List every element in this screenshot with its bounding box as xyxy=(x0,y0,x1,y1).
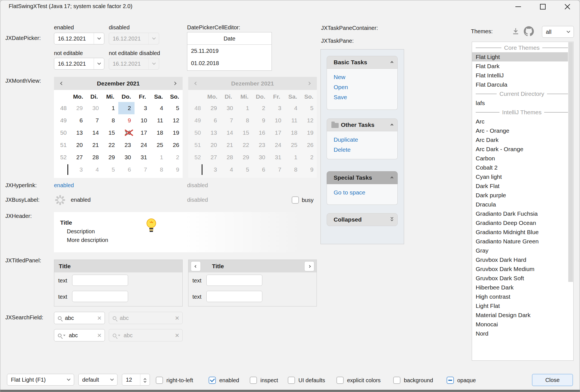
day-cell[interactable]: 14 xyxy=(86,127,102,139)
day-cell[interactable]: 16 xyxy=(118,127,135,139)
datepicker-not-editable[interactable]: 16.12.2021 xyxy=(54,58,104,70)
theme-item-arc-orange[interactable]: Arc - Orange xyxy=(472,126,568,135)
theme-item-gradianto-nature-green[interactable]: Gradianto Nature Green xyxy=(472,237,568,246)
searchfield-with-menu-enabled[interactable]: abc × xyxy=(54,329,105,341)
next-button[interactable] xyxy=(304,261,314,271)
opaque-checkbox[interactable] xyxy=(447,377,454,384)
day-cell[interactable]: 7 xyxy=(135,163,151,176)
day-cell[interactable]: 31 xyxy=(135,151,151,163)
collapse-icon[interactable] xyxy=(391,61,393,64)
task-link-delete[interactable]: Delete xyxy=(334,145,397,155)
task-link-open[interactable]: Open xyxy=(334,82,397,92)
theme-item-cyan-light[interactable]: Cyan light xyxy=(472,172,568,181)
task-link-go-to-space[interactable]: Go to space xyxy=(334,187,397,198)
theme-item-dark-purple[interactable]: Dark purple xyxy=(472,191,568,200)
day-cell[interactable]: 20 xyxy=(70,139,86,151)
theme-item-dracula[interactable]: Dracula xyxy=(472,200,568,209)
day-cell[interactable]: 29 xyxy=(102,151,119,163)
theme-filter-combobox[interactable]: all xyxy=(542,26,574,38)
theme-item-flat-darcula[interactable]: Flat Darcula xyxy=(472,80,568,89)
text-input[interactable] xyxy=(206,275,262,286)
day-cell[interactable]: 6 xyxy=(70,114,86,127)
day-cell[interactable]: 3 xyxy=(70,163,86,176)
day-cell[interactable]: 24 xyxy=(135,139,151,151)
scrollbar-thumb[interactable] xyxy=(568,42,573,282)
day-cell[interactable]: 22 xyxy=(102,139,119,151)
clear-search-icon[interactable]: × xyxy=(97,314,102,322)
day-cell[interactable]: 9 xyxy=(118,114,135,127)
theme-item-arc-dark-orange[interactable]: Arc Dark - Orange xyxy=(472,144,568,154)
theme-item-flat-light[interactable]: Flat Light xyxy=(472,52,568,61)
table-row[interactable]: 25.11.2019 xyxy=(187,45,272,57)
clear-search-icon[interactable]: × xyxy=(97,332,102,339)
day-cell[interactable]: 4 xyxy=(86,163,102,176)
theme-item-monocai[interactable]: Monocai xyxy=(472,320,568,329)
prev-button[interactable] xyxy=(191,261,201,271)
explicit-colors-checkbox[interactable] xyxy=(336,377,344,384)
day-cell[interactable]: 5 xyxy=(167,102,183,114)
theme-item-hiberbee-dark[interactable]: Hiberbee Dark xyxy=(472,283,568,292)
theme-item-gruvbox-dark-soft[interactable]: Gruvbox Dark Soft xyxy=(472,274,568,283)
day-cell[interactable]: 28 xyxy=(86,151,102,163)
search-menu-icon[interactable] xyxy=(63,335,65,336)
theme-item-light-flat[interactable]: Light Flat xyxy=(472,301,568,310)
spinner-buttons[interactable] xyxy=(140,374,150,385)
day-cell[interactable]: 18 xyxy=(150,127,167,139)
taskpane-header-collapsed[interactable]: Collapsed xyxy=(327,213,398,226)
day-cell[interactable]: 3 xyxy=(135,102,151,114)
theme-item-carbon[interactable]: Carbon xyxy=(472,154,568,163)
maximize-button[interactable] xyxy=(531,0,555,13)
day-cell[interactable]: 5 xyxy=(102,163,119,176)
day-cell[interactable]: 8 xyxy=(102,114,119,127)
day-cell[interactable]: 13 xyxy=(70,127,86,139)
day-cell[interactable]: 23 xyxy=(118,139,135,151)
day-cell[interactable]: 4 xyxy=(150,102,167,114)
theme-item-gradianto-dark-fuchsia[interactable]: Gradianto Dark Fuchsia xyxy=(472,209,568,218)
day-cell[interactable]: 30 xyxy=(118,151,135,163)
github-icon[interactable] xyxy=(524,26,534,36)
background-checkbox[interactable] xyxy=(393,377,400,384)
day-cell[interactable]: 12 xyxy=(167,114,183,127)
day-cell[interactable]: 8 xyxy=(150,163,167,176)
day-cell[interactable]: 26 xyxy=(167,139,183,151)
day-cell[interactable]: 9 xyxy=(167,163,183,176)
close-button[interactable]: Close xyxy=(532,374,573,386)
busy-checkbox[interactable] xyxy=(292,196,299,204)
day-cell[interactable]: 2 xyxy=(118,102,135,114)
theme-item-lafs[interactable]: lafs xyxy=(472,98,568,108)
day-cell[interactable]: 6 xyxy=(118,163,135,176)
day-cell[interactable]: 30 xyxy=(86,102,102,114)
table-row[interactable]: 01.02.2018 xyxy=(187,57,272,69)
theme-item-cobalt-2[interactable]: Cobalt 2 xyxy=(472,163,568,172)
day-cell[interactable]: 29 xyxy=(70,102,86,114)
datepicker-dropdown-button[interactable] xyxy=(94,33,104,44)
day-cell[interactable]: 27 xyxy=(70,151,86,163)
datepicker-dropdown-button[interactable] xyxy=(94,58,104,69)
close-window-button[interactable] xyxy=(555,0,580,13)
theme-item-high-contrast[interactable]: High contrast xyxy=(472,292,568,301)
day-cell[interactable]: 19 xyxy=(167,127,183,139)
theme-item-dark-flat[interactable]: Dark Flat xyxy=(472,181,568,191)
font-size-spinner[interactable]: 12 xyxy=(122,374,150,386)
day-cell[interactable]: 2 xyxy=(167,151,183,163)
theme-item-nord[interactable]: Nord xyxy=(472,329,568,338)
collapse-icon[interactable] xyxy=(391,123,393,126)
collapse-icon[interactable] xyxy=(391,176,393,179)
day-cell[interactable]: 21 xyxy=(86,139,102,151)
day-cell[interactable]: 17 xyxy=(135,127,151,139)
taskpane-header-other-tasks[interactable]: Other Tasks xyxy=(327,118,398,131)
theme-item-gradianto-midnight-blue[interactable]: Gradianto Midnight Blue xyxy=(472,227,568,237)
day-cell[interactable]: 1 xyxy=(150,151,167,163)
day-cell[interactable]: 10 xyxy=(135,114,151,127)
taskpane-header-special-tasks[interactable]: Special Tasks xyxy=(327,171,398,184)
task-link-save[interactable]: Save xyxy=(334,92,397,102)
enabled-checkbox[interactable] xyxy=(209,377,216,384)
task-link-new[interactable]: New xyxy=(334,72,397,82)
right-to-left-checkbox[interactable] xyxy=(156,377,163,384)
day-cell[interactable]: 15 xyxy=(102,127,119,139)
expand-icon[interactable] xyxy=(391,218,393,221)
theme-item-arc[interactable]: Arc xyxy=(472,117,568,126)
theme-item-gray[interactable]: Gray xyxy=(472,246,568,255)
day-cell[interactable]: 11 xyxy=(150,114,167,127)
searchfield-enabled[interactable]: abc × xyxy=(54,312,105,324)
